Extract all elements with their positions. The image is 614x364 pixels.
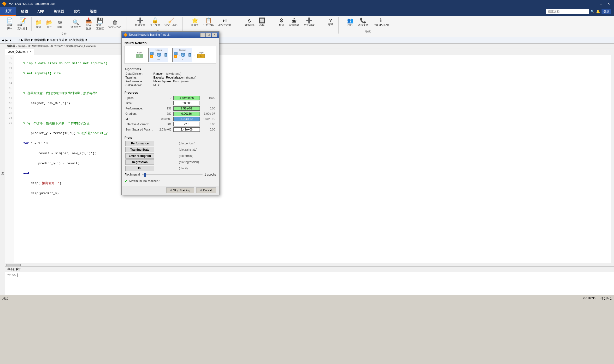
cancel-button[interactable]: Cancel xyxy=(196,187,216,193)
import-button[interactable]: 📥 导入数据 xyxy=(84,17,94,32)
user-login[interactable]: 登录 xyxy=(601,9,611,14)
tab-add-button[interactable]: + xyxy=(34,50,40,54)
plots-section-title: Plots xyxy=(125,136,216,139)
up-button[interactable]: ▲ xyxy=(9,39,12,42)
open-var-button[interactable]: 🔓 打开变量 xyxy=(148,17,162,28)
horizontal-scrollbar[interactable] xyxy=(5,263,614,266)
ribbon-group-help: ? 帮助 xyxy=(323,17,339,34)
plot-regression-button[interactable]: Regression xyxy=(126,159,154,165)
new-label: 新建 xyxy=(36,25,41,29)
plot-fit-button[interactable]: Fit xyxy=(126,166,154,171)
plot-error-hist-row: Error Histogram (ploterrhist) xyxy=(125,153,216,159)
code-content[interactable]: % input data sizes do not match net.inpu… xyxy=(14,55,611,263)
w-box-2: W xyxy=(174,52,178,55)
import-label: 导入数据 xyxy=(86,23,91,30)
simulink-button[interactable]: S Simulink xyxy=(243,18,256,27)
back-button[interactable]: ◀ xyxy=(2,39,4,42)
sum-box-1: Σ xyxy=(157,53,161,57)
new-live-script-button[interactable]: 📝 新建实时脚本 xyxy=(15,17,29,32)
plot-performance-button[interactable]: Performance xyxy=(126,141,154,146)
epoch-value-cell: 4 iterations xyxy=(172,95,201,101)
tab-close-button[interactable]: ✕ xyxy=(29,50,31,53)
support-button[interactable]: 📞 请求支持 xyxy=(356,17,370,28)
hidden-size-label: 100 xyxy=(157,59,160,61)
menu-item-editor[interactable]: 编辑器 xyxy=(49,7,69,16)
arrow-hidden-2: → xyxy=(162,54,164,56)
performance-start: 132 xyxy=(157,106,172,111)
plot-error-hist-label: (ploterrhist) xyxy=(178,153,216,159)
performance-value-cell: 8.52e-09 xyxy=(172,106,201,111)
title-bar-controls[interactable]: — □ ✕ xyxy=(590,1,612,6)
search-icon[interactable]: 🔍 xyxy=(590,10,595,13)
code-line-18: result = sim(net, new_X(i,:)'); xyxy=(16,151,609,156)
new-var-icon: ➕ xyxy=(137,18,143,23)
input-label: Input xyxy=(137,52,142,54)
plot-interval-slider[interactable] xyxy=(142,174,203,175)
training-method: Bayesian Regularization xyxy=(154,76,184,79)
menu-item-app[interactable]: APP xyxy=(33,7,49,16)
window-title: MATLAB R2021a - academic use xyxy=(9,2,55,5)
stop-training-button[interactable]: Stop Training xyxy=(166,187,194,193)
run-time-button[interactable]: ⏯ 运行并计时 xyxy=(216,17,233,28)
epoch-label: Epoch: xyxy=(125,95,157,101)
plot-training-state-label: (plottrainstate) xyxy=(178,147,216,153)
clear-workspace-button[interactable]: 🗑 清空工作区 xyxy=(107,19,123,30)
sep-2 xyxy=(125,89,216,89)
menu-item-publish[interactable]: 发布 xyxy=(69,7,85,16)
forward-button[interactable]: ▶ xyxy=(5,39,8,42)
nn-close-button[interactable]: ✕ xyxy=(212,33,217,37)
preferences-icon: ⚙ xyxy=(279,18,284,23)
arrow-hidden-1: → xyxy=(154,54,156,56)
search-input[interactable] xyxy=(546,9,589,14)
nn-dialog-controls[interactable]: — □ ✕ xyxy=(200,33,217,37)
new-script-button[interactable]: 📄 新建脚本 xyxy=(5,17,15,32)
menu-item-view[interactable]: 视图 xyxy=(85,7,101,16)
layout-button[interactable]: 🔲 布局 xyxy=(257,17,267,28)
plot-training-state-button[interactable]: Training State xyxy=(126,147,154,152)
gradient-label: Gradient: xyxy=(125,111,157,116)
clear-var-button[interactable]: 🧹 清空工具区 xyxy=(163,17,179,28)
vertical-scrollbar[interactable] xyxy=(611,55,614,263)
community-label: 社区 xyxy=(348,23,353,27)
community-button[interactable]: 👥 社区 xyxy=(345,17,355,28)
effective-end: 0.00 xyxy=(201,122,216,127)
menu-item-plot[interactable]: 绘图 xyxy=(16,7,33,16)
menu-item-home[interactable]: 主页 xyxy=(0,7,16,16)
code-editor: 9 10 11 12 13 14 15 16 17 18 19 20 21 22… xyxy=(5,55,614,263)
compare-icon: ⚖ xyxy=(57,20,62,25)
run-time-icon: ⏯ xyxy=(222,18,227,23)
plot-regression-row: Regression (plotregression) xyxy=(125,159,216,165)
analyze-button[interactable]: 📋 分析代码 xyxy=(201,17,215,28)
minimize-button[interactable]: — xyxy=(590,1,597,6)
preferences-button[interactable]: ⚙ 预设 xyxy=(277,17,286,28)
performance-value-box: 8.52e-09 xyxy=(173,106,200,111)
favorites-button[interactable]: ⭐ 收藏夹 xyxy=(189,17,200,28)
plot-regression-label: (plotregression) xyxy=(178,159,216,165)
mu-row: Mu: 0.00500 5.00e+10 1.00e+10 xyxy=(125,116,216,122)
find-file-button[interactable]: 🔍 查找文件 xyxy=(69,19,83,30)
command-content: fx >> xyxy=(5,272,614,279)
sum-label: Sum Squared Param: xyxy=(125,127,157,132)
open-button[interactable]: 📂 打开 xyxy=(44,19,54,30)
new-var-button[interactable]: ➕ 新建变量 xyxy=(133,17,147,28)
arrow3: → xyxy=(193,53,196,57)
sidebar-toolstrip[interactable]: 工具栏 xyxy=(0,169,5,171)
bell-icon[interactable]: 🔔 xyxy=(596,10,600,13)
address-path: D: ▶ 课程 ▶ 数学建模 ▶ 6.程序代码 ▶ 12.预测模型 ▶ xyxy=(17,38,88,42)
nn-restore-button[interactable]: □ xyxy=(206,33,211,37)
close-button[interactable]: ✕ xyxy=(605,1,612,6)
compare-button[interactable]: ⚖ 比较 xyxy=(55,19,65,30)
set-path-button[interactable]: 🛣 设置路径 xyxy=(287,17,301,28)
simulink-icon: S xyxy=(248,19,251,23)
slider-thumb[interactable] xyxy=(144,173,146,177)
help-button[interactable]: ? 帮助 xyxy=(326,17,335,27)
save-workspace-button[interactable]: 💾 保存工作区 xyxy=(95,17,106,32)
performance-algo-label: Performance: xyxy=(125,79,153,83)
restore-button[interactable]: □ xyxy=(598,1,604,6)
tab-code-octane[interactable]: code_Octane.m ✕ xyxy=(5,49,34,55)
nn-minimize-button[interactable]: — xyxy=(200,33,206,37)
add-ons-button[interactable]: ➕ 附加功能 xyxy=(302,17,316,28)
plot-error-histogram-button[interactable]: Error Histogram xyxy=(126,153,154,158)
learn-matlab-button[interactable]: ℹ 了解 MATLAB xyxy=(371,17,391,28)
new-button[interactable]: 📁 新建 xyxy=(34,19,43,30)
